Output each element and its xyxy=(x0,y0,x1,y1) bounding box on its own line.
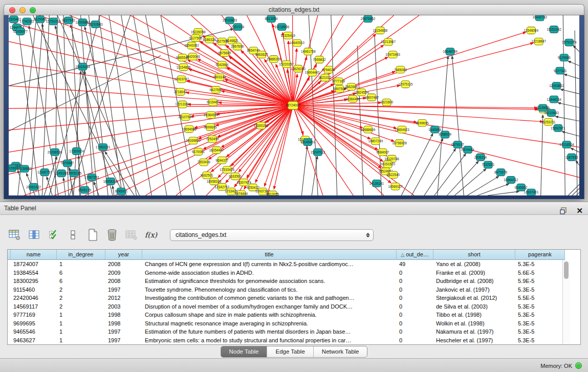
table-row[interactable]: 977716911998Corpus callosum shape and si… xyxy=(8,311,580,319)
network-node[interactable]: 11548084 xyxy=(524,27,539,34)
network-node[interactable]: 20206536 xyxy=(48,149,62,156)
network-node[interactable]: 9245652 xyxy=(515,184,528,191)
network-node[interactable]: 14136141 xyxy=(369,180,384,187)
network-node[interactable]: 17952231 xyxy=(96,144,111,151)
network-node[interactable]: 10688609 xyxy=(361,126,376,133)
network-node[interactable]: 1640954 xyxy=(428,126,441,133)
network-node[interactable]: 14569117 xyxy=(388,183,403,190)
network-node[interactable]: 19654923 xyxy=(395,126,409,133)
table-row[interactable]: 1456911722003Disruption of a novel membe… xyxy=(8,302,580,311)
network-node[interactable]: 19218506 xyxy=(274,24,289,31)
network-node[interactable]: 15751074 xyxy=(46,18,61,25)
function-builder-icon[interactable]: f(x) xyxy=(144,228,158,242)
table-settings-icon[interactable] xyxy=(8,228,21,242)
network-canvas[interactable]: 18724007 15226058 9127508 8186328 165433… xyxy=(9,15,579,195)
network-node[interactable]: 17359924 xyxy=(69,148,84,155)
network-node[interactable]: 9170081 xyxy=(192,148,205,156)
network-node[interactable]: 2935114 xyxy=(474,154,487,161)
network-node[interactable]: 9975887 xyxy=(61,160,74,167)
network-node[interactable]: 1167533 xyxy=(565,154,578,161)
scrollbar-thumb[interactable] xyxy=(564,261,569,279)
network-node[interactable]: 10654112 xyxy=(504,177,518,184)
network-node[interactable]: 7803144 xyxy=(213,74,226,81)
column-header-pagerank[interactable]: pagerank xyxy=(515,250,565,260)
network-node[interactable]: 10824554 xyxy=(354,89,369,96)
network-node[interactable]: 1621600 xyxy=(380,99,393,106)
network-node[interactable]: 9129966 xyxy=(558,54,571,61)
column-header-short[interactable]: short xyxy=(433,250,515,260)
network-node[interactable]: 12444154 xyxy=(547,96,561,103)
zoom-window-icon[interactable] xyxy=(30,7,36,13)
network-node[interactable]: 12093852 xyxy=(549,82,564,90)
network-node[interactable]: 9227343 xyxy=(62,17,75,24)
network-node[interactable]: 15052342 xyxy=(547,26,561,33)
float-panel-icon[interactable] xyxy=(557,204,570,217)
network-node[interactable]: 10807487 xyxy=(364,94,379,101)
network-node[interactable]: 10937401 xyxy=(524,189,539,195)
row-height-icon[interactable] xyxy=(67,228,80,242)
network-node[interactable]: 16033803 xyxy=(222,17,237,24)
network-node[interactable]: 9242844 xyxy=(215,61,228,68)
network-node[interactable]: 12342757 xyxy=(37,169,52,176)
network-node[interactable]: 20876852 xyxy=(361,15,376,23)
network-node[interactable]: 16640910 xyxy=(290,39,304,47)
network-node[interactable]: 17533426 xyxy=(220,166,234,173)
tab-network-table[interactable]: Network Table xyxy=(314,346,367,357)
network-node[interactable]: 8813054 xyxy=(265,15,277,23)
network-node[interactable]: 16253211 xyxy=(541,119,556,126)
network-node[interactable]: 7357224 xyxy=(231,24,244,31)
network-node[interactable]: 7955812 xyxy=(313,56,325,63)
network-node[interactable]: 16442742 xyxy=(532,15,547,21)
tab-node-table[interactable]: Node Table xyxy=(221,346,268,357)
table-row[interactable]: 969969511998Structural magnetic resonanc… xyxy=(8,319,580,328)
network-node[interactable]: 12218847 xyxy=(531,38,546,45)
network-node[interactable]: 12975115 xyxy=(398,81,413,88)
network-node[interactable]: 19904443 xyxy=(305,69,320,76)
column-header-year[interactable]: year xyxy=(105,250,142,260)
column-header-in_degree[interactable]: in_degree xyxy=(57,250,105,260)
network-node[interactable]: 17957253 xyxy=(84,174,99,181)
network-node[interactable]: 7485063 xyxy=(394,66,407,73)
network-node[interactable]: 9777169 xyxy=(332,78,345,85)
table-row[interactable]: 1830029562008Estimation of significance … xyxy=(8,277,580,286)
network-node[interactable]: 16354447 xyxy=(209,147,224,154)
table-selector-dropdown[interactable]: citations_edges.txt xyxy=(170,229,374,241)
tab-edge-table[interactable]: Edge Table xyxy=(267,346,313,357)
network-node[interactable]: 20364456 xyxy=(345,95,360,102)
network-node[interactable]: 7353416 xyxy=(198,159,210,166)
network-graph[interactable]: 18724007 15226058 9127508 8186328 165433… xyxy=(9,15,579,195)
network-node[interactable]: 9358924 xyxy=(439,131,451,138)
network-node[interactable]: 12213967 xyxy=(381,38,396,46)
table-row[interactable]: 2242004622012Investigating the contribut… xyxy=(8,294,580,302)
network-node[interactable]: 17016504 xyxy=(559,141,574,148)
network-node[interactable]: 7252450 xyxy=(206,136,219,143)
table-row[interactable]: 1872400712008Changes of HCN gene express… xyxy=(8,260,580,269)
network-node[interactable]: 9699695 xyxy=(416,120,429,127)
table-row[interactable]: 911546021997Tourette syndrome. Phenomeno… xyxy=(8,286,580,294)
network-node[interactable]: 15751074 xyxy=(562,39,577,46)
close-panel-icon[interactable]: ✕ xyxy=(576,207,583,215)
network-node[interactable]: 15247012 xyxy=(311,149,325,156)
new-table-icon[interactable] xyxy=(86,228,99,242)
column-header-title[interactable]: title xyxy=(142,250,397,260)
table-scrollbar[interactable] xyxy=(562,260,570,344)
network-node[interactable]: 9621022 xyxy=(318,74,331,81)
network-node[interactable]: 1145190 xyxy=(55,170,68,177)
network-node[interactable]: 19166800 xyxy=(186,137,201,144)
network-node[interactable]: 15885209 xyxy=(267,56,281,63)
network-node[interactable]: 14961758 xyxy=(301,48,316,55)
network-node[interactable]: 17742322 xyxy=(19,18,34,25)
window-titlebar[interactable]: citations_edges.txt xyxy=(4,4,584,15)
column-header-out_degree[interactable]: △out_de… xyxy=(397,250,433,260)
table-row[interactable]: 1938455462009Genome-wide association stu… xyxy=(8,269,580,277)
column-header-name[interactable]: name xyxy=(11,250,57,260)
network-node[interactable]: 29015334 xyxy=(75,63,90,70)
memory-indicator-icon[interactable] xyxy=(575,362,582,369)
network-node[interactable]: 20061922 xyxy=(26,183,41,190)
table-row[interactable]: 946362711997Embryonic stem cells: a mode… xyxy=(8,336,580,345)
network-node[interactable]: 10756928 xyxy=(392,140,407,147)
column-display-icon[interactable] xyxy=(28,228,41,242)
network-node[interactable]: 9694377 xyxy=(215,157,228,164)
close-window-icon[interactable] xyxy=(9,7,15,13)
delete-table-icon[interactable] xyxy=(105,228,119,242)
